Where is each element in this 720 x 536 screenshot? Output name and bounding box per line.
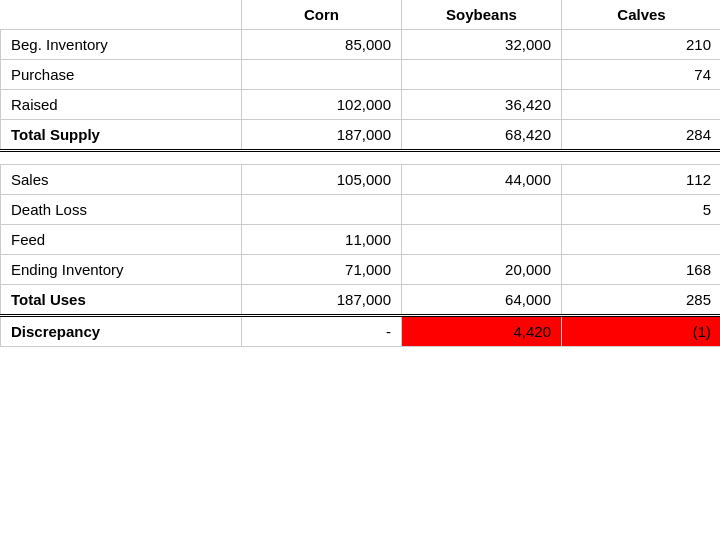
cell-corn-total-uses: 187,000 — [242, 285, 402, 316]
cell-soybeans-total-supply: 68,420 — [402, 120, 562, 151]
table-row-raised: Raised102,00036,420 — [1, 90, 721, 120]
spacer-row — [1, 151, 721, 165]
cell-calves-total-supply: 284 — [562, 120, 721, 151]
cell-soybeans-sales: 44,000 — [402, 165, 562, 195]
cell-corn-sales: 105,000 — [242, 165, 402, 195]
cell-label-purchase: Purchase — [1, 60, 242, 90]
cell-soybeans-death-loss — [402, 195, 562, 225]
cell-corn-ending-inventory: 71,000 — [242, 255, 402, 285]
cell-corn-raised: 102,000 — [242, 90, 402, 120]
cell-soybeans-feed — [402, 225, 562, 255]
table-wrapper: Corn Soybeans Calves Beg. Inventory85,00… — [0, 0, 720, 347]
cell-calves-purchase: 74 — [562, 60, 721, 90]
cell-label-sales: Sales — [1, 165, 242, 195]
cell-corn-total-supply: 187,000 — [242, 120, 402, 151]
cell-soybeans-ending-inventory: 20,000 — [402, 255, 562, 285]
cell-label-death-loss: Death Loss — [1, 195, 242, 225]
table-row-total-supply: Total Supply187,00068,420284 — [1, 120, 721, 151]
col-header-label — [1, 0, 242, 30]
cell-calves-raised — [562, 90, 721, 120]
cell-soybeans-raised: 36,420 — [402, 90, 562, 120]
cell-label-raised: Raised — [1, 90, 242, 120]
cell-corn-discrepancy: - — [242, 316, 402, 347]
table-row-discrepancy: Discrepancy-4,420(1) — [1, 316, 721, 347]
table-row-ending-inventory: Ending Inventory71,00020,000168 — [1, 255, 721, 285]
col-header-corn: Corn — [242, 0, 402, 30]
cell-calves-discrepancy: (1) — [562, 316, 721, 347]
table-row-death-loss: Death Loss5 — [1, 195, 721, 225]
table-row-total-uses: Total Uses187,00064,000285 — [1, 285, 721, 316]
cell-calves-total-uses: 285 — [562, 285, 721, 316]
cell-corn-beg-inventory: 85,000 — [242, 30, 402, 60]
col-header-calves: Calves — [562, 0, 721, 30]
cell-soybeans-discrepancy: 4,420 — [402, 316, 562, 347]
cell-label-ending-inventory: Ending Inventory — [1, 255, 242, 285]
cell-calves-ending-inventory: 168 — [562, 255, 721, 285]
cell-calves-beg-inventory: 210 — [562, 30, 721, 60]
cell-label-beg-inventory: Beg. Inventory — [1, 30, 242, 60]
cell-corn-death-loss — [242, 195, 402, 225]
inventory-table: Corn Soybeans Calves Beg. Inventory85,00… — [0, 0, 720, 347]
cell-soybeans-beg-inventory: 32,000 — [402, 30, 562, 60]
table-row-feed: Feed11,000 — [1, 225, 721, 255]
cell-corn-purchase — [242, 60, 402, 90]
col-header-soybeans: Soybeans — [402, 0, 562, 30]
cell-label-discrepancy: Discrepancy — [1, 316, 242, 347]
cell-soybeans-purchase — [402, 60, 562, 90]
header-row: Corn Soybeans Calves — [1, 0, 721, 30]
cell-label-total-uses: Total Uses — [1, 285, 242, 316]
cell-corn-feed: 11,000 — [242, 225, 402, 255]
cell-label-total-supply: Total Supply — [1, 120, 242, 151]
table-row-beg-inventory: Beg. Inventory85,00032,000210 — [1, 30, 721, 60]
cell-soybeans-total-uses: 64,000 — [402, 285, 562, 316]
table-row-purchase: Purchase74 — [1, 60, 721, 90]
cell-calves-death-loss: 5 — [562, 195, 721, 225]
cell-calves-sales: 112 — [562, 165, 721, 195]
cell-calves-feed — [562, 225, 721, 255]
table-row-sales: Sales105,00044,000112 — [1, 165, 721, 195]
cell-label-feed: Feed — [1, 225, 242, 255]
